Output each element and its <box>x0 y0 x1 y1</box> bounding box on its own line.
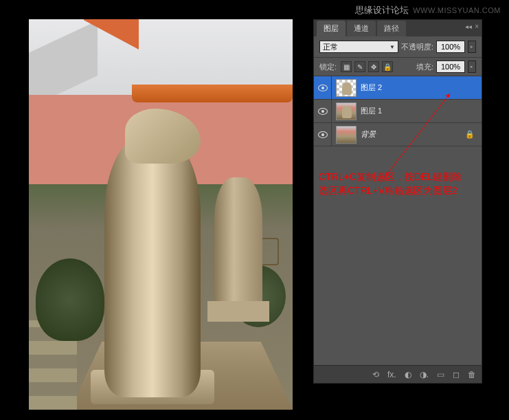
blend-mode-select[interactable]: 正常 <box>319 41 398 53</box>
lock-all-icon[interactable]: 🔒 <box>382 61 393 72</box>
layer-name[interactable]: 图层 1 <box>361 106 482 116</box>
fx-icon[interactable]: fx. <box>387 370 396 379</box>
fill-label: 填充: <box>416 62 433 72</box>
panel-close-icon[interactable]: × <box>475 23 479 32</box>
delete-layer-icon[interactable]: 🗑 <box>468 370 476 379</box>
lock-position-icon[interactable]: ✥ <box>368 61 379 72</box>
layers-list: 图层 2 图层 1 背景 🔒 <box>314 76 482 146</box>
new-layer-icon[interactable]: ◻ <box>453 370 460 379</box>
layer-row[interactable]: 图层 1 <box>314 100 482 123</box>
layer-name[interactable]: 图层 2 <box>361 82 482 93</box>
layer-name[interactable]: 背景 <box>361 129 465 140</box>
tab-channels[interactable]: 通道 <box>347 21 376 36</box>
visibility-toggle[interactable] <box>314 100 332 122</box>
lock-pixels-icon[interactable]: ✎ <box>354 61 365 72</box>
layer-thumbnail[interactable] <box>336 126 357 144</box>
canvas-image[interactable] <box>29 19 293 410</box>
fill-input[interactable]: 100% <box>436 60 465 73</box>
opacity-label: 不透明度: <box>401 42 433 52</box>
layers-panel: ◂◂ × 图层 通道 路径 正常 不透明度: 100% ▸ 锁定: ▦ ✎ ✥ … <box>313 19 482 384</box>
eye-icon <box>318 131 328 138</box>
blend-row: 正常 不透明度: 100% ▸ <box>314 36 482 58</box>
fill-stepper[interactable]: ▸ <box>468 60 476 73</box>
mask-icon[interactable]: ◐ <box>405 370 411 379</box>
annotation-line1: CTRL+C复制选区，按DEL键删除 <box>319 170 490 184</box>
opacity-input[interactable]: 100% <box>436 41 465 53</box>
tab-layers[interactable]: 图层 <box>317 21 346 36</box>
visibility-toggle[interactable] <box>314 123 332 146</box>
eye-icon <box>318 108 328 115</box>
panel-controls: ◂◂ × <box>457 23 479 32</box>
blend-mode-value: 正常 <box>323 42 338 52</box>
visibility-toggle[interactable] <box>314 76 332 99</box>
link-layers-icon[interactable]: ⟲ <box>372 370 379 379</box>
opacity-stepper[interactable]: ▸ <box>468 41 476 53</box>
eye-icon <box>318 85 328 91</box>
group-icon[interactable]: ▭ <box>437 370 444 379</box>
layer-thumbnail[interactable] <box>336 102 357 120</box>
panel-collapse-icon[interactable]: ◂◂ <box>465 23 472 32</box>
watermark: 思缘设计论坛 WWW.MISSYUAN.COM <box>355 4 501 16</box>
tab-paths[interactable]: 路径 <box>377 21 406 36</box>
layer-thumbnail[interactable] <box>336 79 357 97</box>
watermark-cn: 思缘设计论坛 <box>355 4 409 16</box>
lock-row: 锁定: ▦ ✎ ✥ 🔒 填充: 100% ▸ <box>314 58 482 76</box>
lock-icon: 🔒 <box>465 130 475 140</box>
layer-row[interactable]: 图层 2 <box>314 76 482 100</box>
panel-footer: ⟲ fx. ◐ ◑. ▭ ◻ 🗑 <box>314 365 482 383</box>
lock-transparency-icon[interactable]: ▦ <box>341 61 352 72</box>
lock-icons: ▦ ✎ ✥ 🔒 <box>341 61 393 72</box>
annotation-text: CTRL+C复制选区，按DEL键删除 选区再CTRL+V粘贴选区为图层2 <box>319 170 490 197</box>
layer-row[interactable]: 背景 🔒 <box>314 123 482 146</box>
annotation-line2: 选区再CTRL+V粘贴选区为图层2 <box>319 184 490 198</box>
lock-label: 锁定: <box>319 62 337 72</box>
watermark-en: WWW.MISSYUAN.COM <box>413 6 501 14</box>
adjustment-icon[interactable]: ◑. <box>420 370 429 379</box>
